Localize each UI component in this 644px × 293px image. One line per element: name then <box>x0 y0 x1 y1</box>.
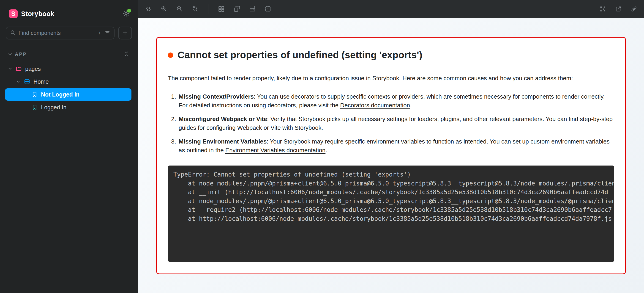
cause-text: or <box>262 124 271 131</box>
error-intro: The component failed to render properly,… <box>168 74 614 83</box>
chevron-down-icon[interactable] <box>8 52 12 57</box>
search-box[interactable]: / <box>6 27 114 40</box>
cause-text: . <box>410 102 412 109</box>
outline-icon <box>264 6 272 13</box>
search-input[interactable] <box>18 30 97 36</box>
tree-item-not-logged-in-selected[interactable]: Not Logged In <box>5 88 132 101</box>
toolbar-separator <box>208 4 208 14</box>
vite-link[interactable]: Vite <box>270 124 280 131</box>
tree-item-logged-in[interactable]: Logged In <box>0 101 138 114</box>
error-heading: Cannot set properties of undefined (sett… <box>168 50 614 61</box>
webpack-link[interactable]: Webpack <box>237 124 262 131</box>
zoom-reset-button[interactable] <box>190 5 200 14</box>
copy-link-button[interactable] <box>629 5 638 14</box>
viewport-icon <box>233 6 240 13</box>
bookmark-icon <box>31 104 38 111</box>
error-card: Cannot set properties of undefined (sett… <box>156 37 626 274</box>
plus-icon <box>122 30 128 37</box>
cause-item-1: 1. Missing Context/Providers: You can us… <box>168 92 614 110</box>
cause-item-3: 3. Missing Environment Variables: Your S… <box>168 137 614 155</box>
toolbar-right-group <box>598 0 638 18</box>
search-icon <box>10 30 16 37</box>
update-status-dot <box>127 9 131 13</box>
zoom-in-icon <box>160 6 168 13</box>
error-dot-icon <box>168 53 173 58</box>
component-icon <box>24 78 30 85</box>
cause-bold: Missing Environment Variables <box>179 138 266 145</box>
stack-line: at __init (http://localhost:6006/node_mo… <box>173 188 609 197</box>
list-number: 1. <box>168 92 176 110</box>
grid-icon <box>218 6 225 13</box>
stack-line: at node_modules/.pnpm/@prisma+client@6.5… <box>173 179 609 188</box>
bookmark-icon <box>31 91 38 98</box>
sidebar-section-app: APP <box>8 50 130 59</box>
chevron-down-icon <box>16 79 21 84</box>
environment-variables-documentation-link[interactable]: Environment Variables documentation <box>225 147 326 154</box>
measure-icon <box>249 6 256 13</box>
measure-button[interactable] <box>248 5 257 14</box>
filter-icon[interactable] <box>104 30 110 37</box>
tree-item-label: Logged In <box>41 104 66 111</box>
tree-item-home[interactable]: Home <box>0 75 138 88</box>
brand[interactable]: S Storybook <box>9 9 131 18</box>
zoom-out-icon <box>176 6 183 13</box>
collapse-all-button[interactable] <box>123 50 130 58</box>
stack-line: at http://localhost:6006/node_modules/.c… <box>173 214 609 223</box>
section-label: APP <box>15 52 27 57</box>
preview-canvas: Cannot set properties of undefined (sett… <box>138 18 644 293</box>
stack-line: at node_modules/.pnpm/@prisma+client@6.5… <box>173 197 609 206</box>
cause-text: with Storybook. <box>281 124 323 131</box>
fullscreen-button[interactable] <box>598 5 607 14</box>
remount-button[interactable] <box>144 5 153 14</box>
search-shortcut-hint: / <box>99 30 100 36</box>
stack-trace-block: TypeError: Cannot set properties of unde… <box>168 166 614 262</box>
brand-title: Storybook <box>21 10 54 18</box>
list-number: 3. <box>168 137 176 155</box>
open-external-button[interactable] <box>614 5 623 14</box>
decorators-documentation-link[interactable]: Decorators documentation <box>340 102 410 109</box>
stack-line: at __require2 (http://localhost:6006/nod… <box>173 205 609 214</box>
copy-link-icon <box>630 6 637 13</box>
zoom-reset-icon <box>192 6 198 13</box>
open-external-icon <box>615 6 622 13</box>
chevron-down-icon <box>8 66 12 71</box>
cause-item-2: 2. Misconfigured Webpack or Vite: Verify… <box>168 115 614 132</box>
search-row: / <box>6 27 132 40</box>
cause-text: . <box>326 147 327 154</box>
fullscreen-icon <box>599 6 606 13</box>
outline-button[interactable] <box>263 5 272 14</box>
viewport-button[interactable] <box>232 5 242 14</box>
tree-item-label: Home <box>34 78 49 85</box>
sidebar: S Storybook / APP <box>0 0 138 293</box>
error-title: Cannot set properties of undefined (sett… <box>178 50 422 61</box>
list-number: 2. <box>168 115 176 132</box>
cause-bold: Misconfigured Webpack or Vite <box>179 116 267 122</box>
tree-item-pages[interactable]: pages <box>0 62 138 75</box>
settings-button[interactable] <box>122 9 131 18</box>
storybook-logo-icon: S <box>9 10 18 18</box>
collapse-icon <box>124 51 130 58</box>
zoom-out-button[interactable] <box>175 5 184 14</box>
tree-item-label: pages <box>25 66 41 72</box>
story-tree: pages Home Not Logged In Logged In <box>0 62 138 114</box>
tree-item-label: Not Logged In <box>41 91 80 98</box>
folder-icon <box>15 65 22 72</box>
create-story-button[interactable] <box>118 27 132 40</box>
grid-toggle-button[interactable] <box>217 5 226 14</box>
stack-line: TypeError: Cannot set properties of unde… <box>173 170 609 179</box>
remount-icon <box>145 6 152 13</box>
toolbar-left-group <box>144 0 272 18</box>
cause-bold: Missing Context/Providers <box>179 93 254 100</box>
cause-list: 1. Missing Context/Providers: You can us… <box>168 92 614 155</box>
zoom-in-button[interactable] <box>160 5 168 14</box>
